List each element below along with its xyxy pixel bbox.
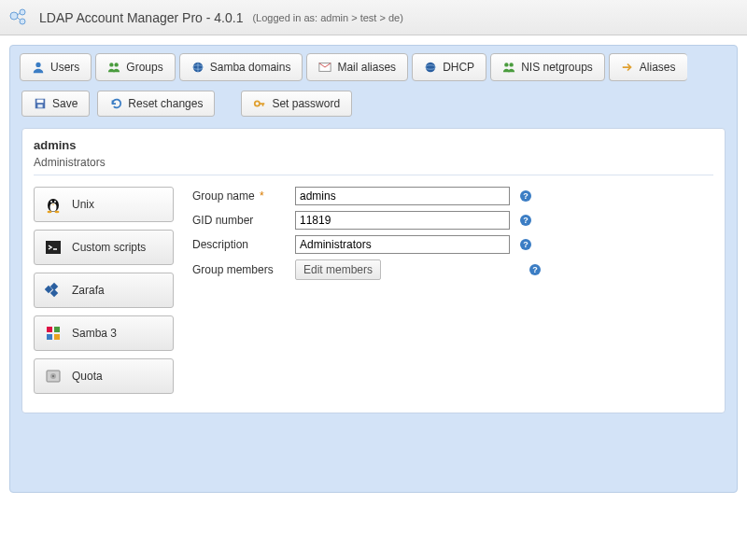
set-password-button[interactable]: Set password — [241, 91, 352, 117]
svg-point-22 — [54, 201, 56, 203]
svg-point-2 — [20, 19, 25, 24]
button-label: Save — [52, 97, 78, 110]
svg-point-35 — [52, 375, 54, 377]
tab-label: Samba domains — [210, 61, 291, 74]
svg-point-11 — [426, 63, 436, 73]
svg-text:?: ? — [523, 240, 529, 249]
reset-button[interactable]: Reset changes — [97, 91, 215, 117]
help-icon[interactable]: ? — [519, 189, 532, 203]
main-panel: Users Groups Samba domains Mail aliases … — [9, 45, 738, 493]
label-members: Group members — [192, 263, 295, 276]
key-icon — [253, 97, 266, 110]
svg-point-14 — [510, 63, 514, 66]
main-tabs: Users Groups Samba domains Mail aliases … — [14, 53, 733, 81]
tab-label: Aliases — [640, 61, 676, 74]
tab-mail-aliases[interactable]: Mail aliases — [306, 53, 408, 81]
svg-line-4 — [17, 17, 21, 21]
app-logo-icon — [7, 7, 30, 29]
disk-icon — [44, 367, 63, 385]
sidebar-item-unix[interactable]: Unix — [34, 187, 174, 222]
svg-point-24 — [55, 211, 60, 213]
svg-rect-29 — [47, 327, 52, 332]
label-description: Description — [192, 238, 295, 251]
sidebar-item-zarafa[interactable]: Zarafa — [34, 273, 174, 308]
module-sidebar: Unix Custom scripts Zarafa Samba 3 — [34, 187, 174, 394]
row-description: Description ? — [192, 235, 713, 254]
undo-icon — [109, 97, 122, 110]
svg-point-6 — [110, 63, 114, 66]
svg-point-23 — [48, 211, 52, 213]
svg-rect-25 — [46, 241, 61, 254]
entity-name: admins — [34, 138, 713, 152]
mail-icon — [318, 61, 331, 74]
svg-rect-16 — [37, 100, 44, 104]
user-icon — [32, 61, 45, 74]
svg-rect-30 — [54, 327, 60, 332]
help-icon[interactable]: ? — [519, 214, 532, 227]
svg-text:?: ? — [523, 191, 529, 201]
tab-label: DHCP — [443, 61, 474, 74]
svg-point-1 — [20, 9, 25, 15]
sidebar-item-label: Zarafa — [72, 284, 105, 297]
zarafa-icon — [44, 281, 63, 300]
svg-point-18 — [255, 101, 260, 105]
svg-point-20 — [50, 203, 57, 212]
tab-label: Mail aliases — [337, 61, 396, 74]
edit-members-button[interactable]: Edit members — [295, 259, 381, 280]
input-gid[interactable] — [295, 211, 510, 230]
sidebar-item-custom-scripts[interactable]: Custom scripts — [34, 230, 174, 265]
row-group-name: Group name * ? — [192, 187, 713, 205]
app-title: LDAP Account Manager Pro - 4.0.1 — [39, 10, 243, 25]
save-button[interactable]: Save — [21, 91, 90, 117]
tux-icon — [44, 195, 63, 214]
svg-point-7 — [115, 63, 119, 66]
entity-card: admins Administrators Unix Custom script… — [21, 128, 726, 413]
group-icon — [107, 61, 120, 74]
terminal-icon — [44, 238, 63, 257]
input-description[interactable] — [295, 235, 510, 254]
windows-icon — [44, 324, 63, 343]
tab-aliases[interactable]: Aliases — [609, 53, 687, 81]
entity-description: Administrators — [34, 156, 713, 175]
tab-samba-domains[interactable]: Samba domains — [179, 53, 303, 81]
group-icon — [502, 61, 515, 74]
input-group-name[interactable] — [295, 187, 510, 205]
svg-point-21 — [50, 201, 52, 203]
svg-point-13 — [504, 63, 508, 66]
svg-text:?: ? — [523, 216, 529, 225]
svg-rect-17 — [37, 105, 42, 108]
save-icon — [34, 97, 47, 110]
tab-groups[interactable]: Groups — [95, 53, 175, 81]
sidebar-item-label: Quota — [72, 370, 103, 383]
svg-rect-32 — [54, 334, 60, 340]
tab-users[interactable]: Users — [20, 53, 92, 81]
tab-dhcp[interactable]: DHCP — [412, 53, 486, 81]
sidebar-item-label: Unix — [72, 198, 94, 211]
sidebar-item-samba3[interactable]: Samba 3 — [34, 315, 174, 351]
help-icon[interactable]: ? — [519, 238, 532, 251]
sidebar-item-label: Custom scripts — [72, 241, 146, 254]
svg-point-5 — [35, 63, 40, 67]
button-label: Reset changes — [128, 97, 203, 110]
arrow-right-icon — [621, 61, 634, 74]
content: Users Groups Samba domains Mail aliases … — [0, 35, 747, 502]
action-toolbar: Save Reset changes Set password — [14, 91, 733, 128]
app-header: LDAP Account Manager Pro - 4.0.1 (Logged… — [0, 0, 747, 35]
tab-label: Groups — [126, 61, 162, 74]
globe-icon — [191, 61, 204, 74]
svg-text:?: ? — [532, 265, 538, 274]
entity-body: Unix Custom scripts Zarafa Samba 3 — [34, 187, 713, 394]
sidebar-item-label: Samba 3 — [72, 327, 117, 340]
help-icon[interactable]: ? — [529, 263, 542, 276]
tab-label: NIS netgroups — [521, 61, 593, 74]
required-mark: * — [257, 189, 264, 203]
row-members: Group members Edit members ? — [192, 259, 713, 280]
sidebar-item-quota[interactable]: Quota — [34, 358, 174, 394]
svg-point-0 — [10, 12, 18, 20]
login-info: (Logged in as: admin > test > de) — [252, 12, 402, 23]
label-gid: GID number — [192, 214, 295, 227]
unix-form: Group name * ? GID number ? Description … — [192, 187, 713, 394]
button-label: Set password — [272, 97, 340, 110]
tab-nis-netgroups[interactable]: NIS netgroups — [490, 53, 605, 81]
globe-icon — [424, 61, 437, 74]
